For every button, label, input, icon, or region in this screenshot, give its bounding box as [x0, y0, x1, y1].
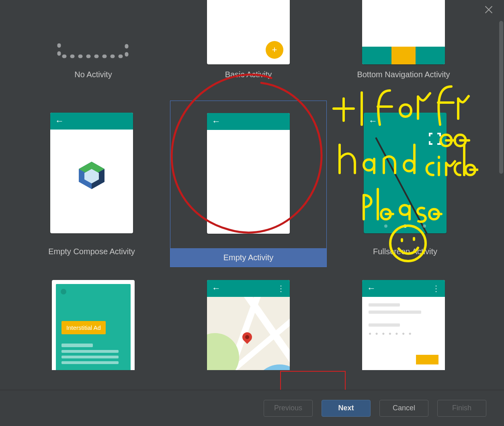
template-gallery: No Activity + Basic Activity Bottom Navi… — [0, 0, 497, 370]
thumb-map: ← ⋮ — [207, 280, 290, 370]
template-label: No Activity — [74, 70, 112, 79]
overflow-menu-icon: ⋮ — [277, 284, 285, 293]
template-basic-activity[interactable]: + Basic Activity — [207, 0, 290, 79]
template-label: Bottom Navigation Activity — [357, 70, 450, 79]
thumb-basic-activity: + — [207, 0, 290, 64]
thumb-form: ← ⋮ ● ● ● ● ● ● ● — [362, 280, 445, 370]
page-dots-icon — [364, 224, 447, 228]
template-row-3: Interstitial Ad ← ⋮ — [0, 280, 497, 370]
close-icon[interactable] — [485, 6, 493, 14]
template-login-activity[interactable]: ← ⋮ ● ● ● ● ● ● ● — [362, 280, 445, 370]
appbar-icon: ← ⋮ — [362, 280, 445, 297]
template-label: Basic Activity — [225, 70, 272, 79]
template-fullscreen-activity[interactable]: ← Fullscreen Activity — [327, 101, 484, 267]
template-empty-compose[interactable]: ← Empty Compose Activity — [13, 101, 170, 267]
selected-frame: ← Empty Activity — [170, 101, 327, 267]
map-icon — [207, 297, 290, 370]
interstitial-ad-badge: Interstitial Ad — [61, 321, 106, 334]
template-no-activity[interactable]: No Activity — [52, 0, 135, 79]
thumb-bottom-nav — [362, 0, 445, 64]
jetpack-compose-icon — [76, 159, 108, 191]
template-label-selected: Empty Activity — [170, 248, 326, 267]
template-bottom-nav-activity[interactable]: Bottom Navigation Activity — [362, 0, 445, 79]
template-label: Fullscreen Activity — [373, 242, 437, 261]
appbar-icon: ← — [207, 113, 290, 130]
appbar-icon: ← ⋮ — [207, 280, 290, 297]
back-arrow-icon: ← — [367, 284, 376, 293]
scrollbar-thumb[interactable] — [499, 21, 503, 174]
fab-icon: + — [266, 41, 283, 59]
template-row-2: ← Empty Compose Activity ← — [0, 101, 497, 267]
back-arrow-icon: ← — [55, 117, 64, 126]
thumb-empty-compose: ← — [50, 113, 133, 233]
template-row-1: No Activity + Basic Activity Bottom Navi… — [0, 0, 497, 79]
dashed-outline-icon — [57, 43, 129, 60]
fullscreen-icon — [429, 133, 441, 145]
template-google-ads[interactable]: Interstitial Ad — [52, 280, 135, 370]
template-empty-activity[interactable]: ← Empty Activity — [170, 101, 327, 267]
form-submit-icon — [416, 355, 438, 364]
back-arrow-icon: ← — [212, 284, 221, 293]
finish-button[interactable]: Finish — [437, 400, 486, 417]
thumb-ads: Interstitial Ad — [52, 280, 135, 370]
back-arrow-icon: ← — [212, 117, 221, 126]
template-maps-activity[interactable]: ← ⋮ — [207, 280, 290, 370]
wizard-button-bar: Previous Next Cancel Finish — [0, 390, 504, 426]
bottom-nav-bar-icon — [362, 47, 445, 64]
previous-button[interactable]: Previous — [264, 400, 313, 417]
thumb-empty-activity: ← — [207, 113, 290, 234]
next-button[interactable]: Next — [322, 400, 371, 417]
back-arrow-icon: ← — [369, 117, 377, 126]
overflow-menu-icon: ⋮ — [432, 284, 440, 293]
diagonal-line-icon — [375, 137, 433, 233]
appbar-icon: ← — [364, 113, 447, 130]
appbar-icon: ← — [50, 113, 133, 130]
cancel-button[interactable]: Cancel — [379, 400, 428, 417]
template-label: Empty Compose Activity — [48, 242, 135, 261]
thumb-no-activity — [52, 0, 135, 64]
thumb-fullscreen: ← — [364, 113, 447, 233]
